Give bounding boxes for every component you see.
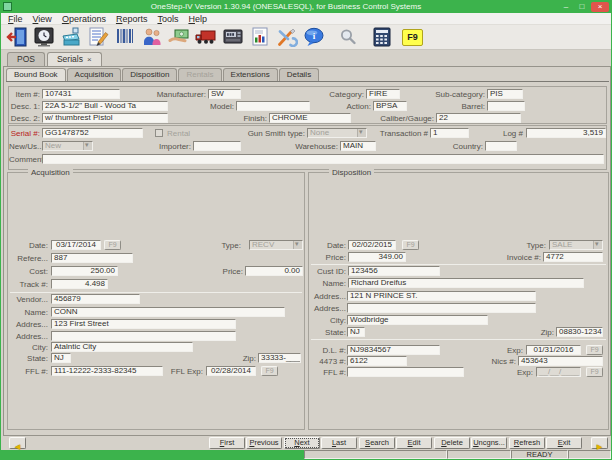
comment-field[interactable] (42, 154, 604, 164)
exit-icon[interactable] (3, 26, 30, 49)
acq-date-field[interactable]: 03/17/2014 (51, 240, 101, 250)
importer-field[interactable] (193, 141, 241, 151)
tab-bound-book[interactable]: Bound Book (6, 68, 66, 81)
disp-ffl-exp-field[interactable]: __/__/____ (536, 367, 581, 377)
acq-zip-field[interactable]: 33333-____ (258, 353, 301, 363)
disp-price-field[interactable]: 349.00 (348, 252, 406, 262)
tab-serials[interactable]: Serials× (47, 52, 102, 66)
acq-address2-field[interactable] (51, 331, 236, 341)
disp-4473-field[interactable]: 6122 (347, 356, 407, 366)
scroll-left-arrow-button[interactable] (9, 437, 26, 449)
info-icon[interactable]: i (300, 26, 327, 49)
disp-ffl-field[interactable] (347, 367, 464, 377)
tab-pos[interactable]: POS (7, 52, 45, 66)
last-button[interactable]: Last (321, 437, 357, 449)
caliber-gauge-field[interactable]: 22 (436, 113, 521, 123)
serial-number-field[interactable]: GG1478752 (42, 128, 143, 138)
menu-view[interactable]: View (28, 13, 57, 25)
disp-name-field[interactable]: Richard Dreifus (348, 278, 584, 288)
next-button[interactable]: Next (284, 437, 320, 449)
cash-drawer-icon[interactable] (219, 26, 246, 49)
disp-dl-field[interactable]: NJ9834567 (347, 345, 440, 355)
delete-button[interactable]: Delete (434, 437, 470, 449)
tools-icon[interactable] (273, 26, 300, 49)
desc2-label: Desc. 2: (9, 114, 40, 124)
time-clock-icon[interactable] (30, 26, 57, 49)
category-field[interactable]: FIRE (366, 89, 400, 99)
truck-icon[interactable] (192, 26, 219, 49)
country-field[interactable] (485, 141, 517, 151)
disp-4473-label: 4473 #: (311, 357, 346, 367)
cash-register-icon[interactable] (57, 26, 84, 49)
disp-address2-field[interactable] (347, 303, 536, 313)
acq-reference-field[interactable]: 887 (51, 253, 133, 263)
calculator-icon[interactable] (368, 26, 395, 49)
acq-state-field[interactable]: NJ (51, 353, 71, 363)
tab-disposition[interactable]: Disposition (122, 68, 177, 81)
acq-cost-field[interactable]: 250.00 (51, 266, 118, 276)
finish-field[interactable]: CHROME (269, 113, 351, 123)
barcode-icon[interactable] (111, 26, 138, 49)
item-number-field[interactable]: 107431 (42, 89, 120, 99)
log-number-field[interactable]: 3,519 (526, 128, 606, 138)
menu-operations[interactable]: Operations (57, 13, 111, 25)
new-used-label: New/Us... (9, 142, 40, 152)
desc2-field[interactable]: w/ thumbrest Pistol (42, 113, 168, 123)
disp-state-field[interactable]: NJ (347, 327, 365, 337)
desc1-field[interactable]: 22A 5-1/2" Bull - Wood Ta (42, 101, 168, 111)
acq-city-field[interactable]: Atalntic City (51, 342, 193, 352)
maximize-button[interactable]: □ (575, 2, 589, 12)
acq-address1-field[interactable]: 123 First Street (51, 319, 236, 329)
manufacturer-field[interactable]: SW (208, 89, 241, 99)
transaction-number-field[interactable]: 1 (430, 128, 469, 138)
tender-icon[interactable] (165, 26, 192, 49)
chevron-down-icon (293, 241, 302, 249)
close-button[interactable]: × (591, 2, 609, 12)
edit-notes-icon[interactable] (84, 26, 111, 49)
tab-acquisition[interactable]: Acquisition (67, 68, 122, 81)
acq-price-field[interactable]: 0.00 (245, 266, 303, 276)
barrel-field[interactable] (487, 101, 525, 111)
menu-file[interactable]: File (3, 13, 28, 25)
exit-button[interactable]: Exit (546, 437, 582, 449)
menu-help[interactable]: Help (183, 13, 212, 25)
disp-address1-field[interactable]: 121 N PRINCE ST. (347, 291, 536, 301)
unconsign-button[interactable]: Uncgns... (471, 437, 507, 449)
first-button[interactable]: First (209, 437, 245, 449)
gunsmith-type-dropdown: None (307, 128, 367, 138)
edit-button[interactable]: Edit (396, 437, 432, 449)
disp-nics-field[interactable]: 453643 (518, 356, 603, 366)
action-label: Action: (314, 102, 371, 112)
refresh-button[interactable]: Refresh (509, 437, 545, 449)
acq-track-field[interactable]: 4.498 (51, 279, 108, 289)
customers-icon[interactable] (138, 26, 165, 49)
menu-reports[interactable]: Reports (111, 13, 153, 25)
disp-zip-field[interactable]: 08830-1234 (556, 327, 603, 337)
reports-icon[interactable] (246, 26, 273, 49)
previous-button[interactable]: Previous (246, 437, 282, 449)
disp-date-field[interactable]: 02/02/2015 (348, 240, 396, 250)
search-button[interactable]: Search (359, 437, 395, 449)
disp-invoice-field[interactable]: 4772 (543, 252, 603, 262)
chevron-down-icon (593, 241, 602, 249)
f9-toolbar-button[interactable]: F9 (402, 29, 423, 46)
sub-category-field[interactable]: PIS (487, 89, 523, 99)
acq-vendor-field[interactable]: 456879 (51, 294, 140, 304)
search-icon[interactable] (334, 26, 361, 49)
tab-extensions[interactable]: Extensions (223, 68, 278, 81)
menu-tools[interactable]: Tools (152, 13, 183, 25)
action-field[interactable]: BPSA (373, 101, 407, 111)
tab-close-icon[interactable]: × (87, 55, 92, 64)
disp-city-field[interactable]: Wodbridge (347, 315, 488, 325)
tab-details[interactable]: Details (279, 68, 319, 81)
disp-nics-label: Nics #: (479, 357, 516, 367)
acq-ffl-field[interactable]: 111-12222-2333-82345 (51, 366, 163, 376)
model-field[interactable] (236, 101, 310, 111)
acq-ffl-exp-field[interactable]: 02/28/2014 (206, 366, 256, 376)
disp-dl-exp-field[interactable]: 01/31/2016 (526, 345, 581, 355)
disp-cust-id-field[interactable]: 123456 (348, 266, 440, 276)
acq-name-field[interactable]: CONN (51, 307, 285, 317)
scroll-right-arrow-button[interactable] (591, 437, 608, 449)
warehouse-field[interactable]: MAIN (340, 141, 376, 151)
minimize-button[interactable]: – (559, 2, 573, 12)
